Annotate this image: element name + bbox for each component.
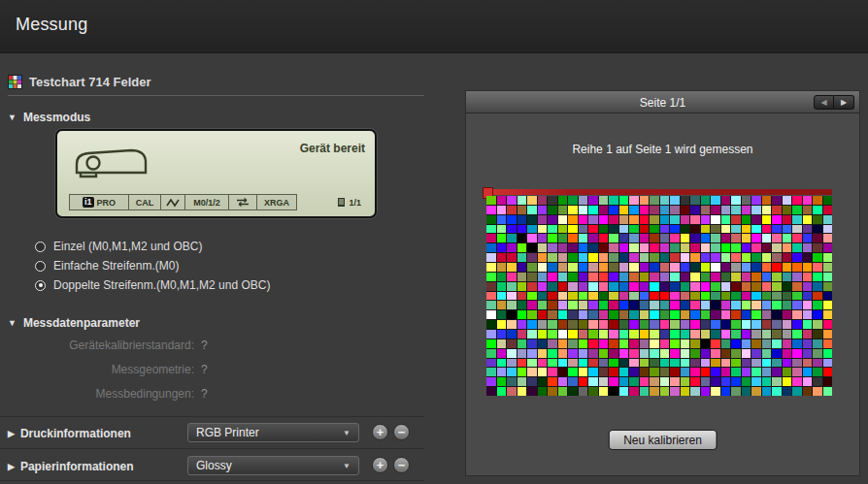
color-patch [701, 206, 711, 214]
color-patch [507, 387, 517, 396]
color-patch [548, 282, 557, 291]
radio-einzel[interactable]: Einzel (M0,M1,M2 und OBC) [35, 240, 202, 253]
color-patch [588, 359, 598, 368]
remove-paper-button[interactable]: − [393, 457, 410, 473]
color-patch [599, 301, 609, 309]
color-patch [701, 243, 711, 252]
color-patch [823, 377, 833, 386]
add-printer-button[interactable]: + [372, 424, 388, 440]
color-patch [660, 310, 670, 319]
color-patch [751, 282, 761, 291]
color-patch [527, 359, 537, 368]
color-patch [527, 225, 537, 234]
color-patch [731, 292, 741, 301]
color-patch [640, 320, 650, 329]
color-patch [660, 196, 670, 205]
color-patch [609, 234, 618, 242]
color-patch [579, 273, 588, 281]
color-patch [629, 320, 639, 329]
color-patch [823, 196, 833, 205]
radio-einfache-streifenmessung[interactable]: Einfache Streifenm.(M0) [35, 259, 179, 273]
section-papierinformationen[interactable]: ▶ Papierinformationen [8, 460, 134, 473]
color-patch [579, 377, 588, 386]
color-patch [762, 359, 772, 368]
color-patch [588, 387, 598, 396]
color-patch [792, 282, 802, 291]
color-patch [619, 292, 629, 301]
color-patch [711, 263, 720, 272]
color-patch [497, 292, 507, 301]
section-messdatenparameter[interactable]: ▼ Messdatenparameter [8, 316, 140, 330]
section-druckinformationen[interactable]: ▶ Druckinformationen [8, 427, 131, 440]
color-patch [538, 320, 548, 329]
color-patch [670, 206, 680, 214]
radio-icon [35, 261, 46, 272]
color-patch [670, 273, 680, 281]
section-messmodus[interactable]: ▼ Messmodus [8, 111, 90, 124]
color-patch [660, 253, 670, 262]
color-patch [538, 292, 548, 301]
radio-icon [35, 280, 46, 291]
color-patch [568, 282, 578, 291]
color-patch [558, 349, 568, 358]
color-patch [507, 215, 517, 224]
section-label: Messmodus [23, 111, 90, 124]
color-patch [803, 330, 813, 339]
color-patch [507, 282, 517, 291]
color-patch [629, 339, 639, 348]
color-patch [823, 206, 833, 214]
color-patch [711, 273, 720, 281]
color-patch [609, 320, 618, 329]
color-patch [792, 320, 802, 329]
color-patch [568, 215, 578, 224]
color-patch [711, 310, 720, 319]
color-patch [711, 243, 720, 252]
color-patch [751, 320, 761, 329]
color-patch [751, 292, 761, 301]
color-patch [751, 273, 761, 281]
color-patch [690, 292, 700, 301]
color-patch [783, 263, 792, 272]
preview-header: Seite 1/1 ◀ ▶ [466, 91, 859, 113]
remove-printer-button[interactable]: − [393, 424, 410, 440]
color-patch [558, 339, 568, 348]
page-indicator: Seite 1/1 [466, 96, 859, 110]
paper-dropdown[interactable]: Glossy ▼ [187, 456, 359, 475]
color-patch [619, 253, 629, 262]
next-page-button[interactable]: ▶ [834, 95, 854, 110]
color-patch [690, 243, 700, 252]
divider [0, 480, 424, 481]
color-patch [527, 377, 537, 386]
radio-doppelte-streifenmessung[interactable]: Doppelte Streifenm.(M0,M1,M2 und OBC) [35, 278, 270, 292]
printer-dropdown[interactable]: RGB Printer ▼ [187, 423, 359, 442]
color-patch [640, 349, 650, 358]
param-geraetekalibrierstandard: Gerätekalibrierstandard: ? [39, 339, 208, 352]
color-patch [497, 273, 507, 281]
prev-page-button[interactable]: ◀ [814, 95, 834, 110]
color-patch [588, 368, 598, 376]
color-patch [527, 387, 537, 396]
testchart-icon [8, 75, 22, 89]
color-patch [792, 349, 802, 358]
color-patch [548, 215, 557, 224]
color-patch [731, 225, 741, 234]
color-patch [538, 273, 548, 281]
color-patch [650, 368, 659, 376]
color-patch [629, 243, 639, 252]
color-patch [731, 253, 741, 262]
color-patch [497, 206, 507, 214]
color-patch [588, 330, 598, 339]
add-paper-button[interactable]: + [372, 457, 388, 473]
color-patch [619, 310, 629, 319]
color-patch [548, 263, 557, 272]
recalibrate-button[interactable]: Neu kalibrieren [608, 430, 718, 450]
color-patch [579, 301, 588, 309]
color-patch [558, 263, 568, 272]
color-patch [701, 368, 711, 376]
color-patch [517, 225, 527, 234]
color-patch [507, 206, 517, 214]
color-patch [792, 330, 802, 339]
color-patch [568, 263, 578, 272]
color-patch [690, 339, 700, 348]
param-label: Messbedingungen: [39, 387, 194, 401]
